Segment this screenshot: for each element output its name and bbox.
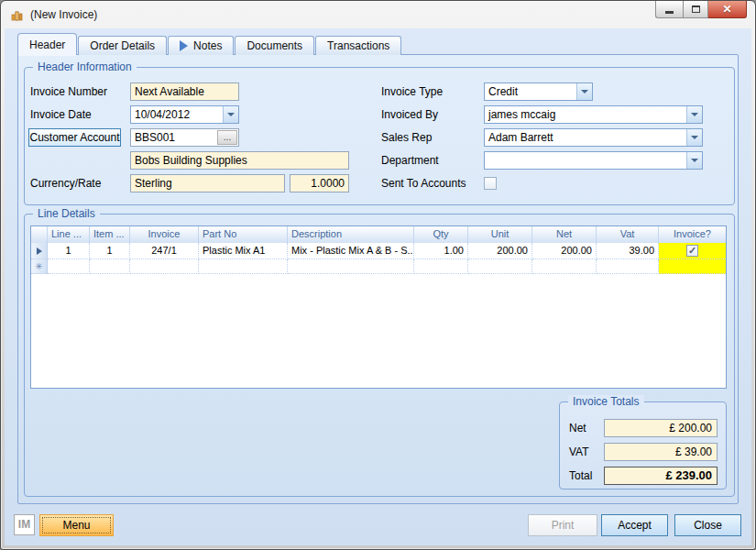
column-header-item[interactable]: Item ... <box>90 226 130 243</box>
app-icon <box>10 7 25 22</box>
chevron-down-icon <box>691 159 698 162</box>
title-bar[interactable]: (New Invoice) <box>1 1 755 28</box>
department-combobox[interactable] <box>484 151 703 170</box>
checked-checkbox-icon[interactable]: ✓ <box>686 245 698 257</box>
invoice-type-dropdown-button[interactable] <box>576 83 592 100</box>
line-details-group: Line Details Line ... Item ... Invoice P… <box>24 214 735 497</box>
cell-description[interactable]: Mix - Plastic Mix A & B - S... <box>288 243 414 259</box>
notes-play-icon <box>180 40 188 51</box>
menu-button[interactable]: Menu <box>39 514 114 536</box>
cell-empty[interactable] <box>199 259 288 274</box>
grand-total-field: £ 239.00 <box>604 467 718 485</box>
tab-label: Transactions <box>327 39 389 52</box>
print-button: Print <box>528 514 597 536</box>
cell-empty[interactable] <box>90 259 130 274</box>
tab-notes[interactable]: Notes <box>168 36 234 55</box>
tab-label: Header <box>29 38 65 51</box>
group-legend: Line Details <box>33 207 100 221</box>
cell-empty[interactable] <box>468 259 532 274</box>
invoice-type-combobox[interactable]: Credit <box>484 82 593 101</box>
browse-button[interactable]: ... <box>217 130 237 145</box>
cell-empty[interactable] <box>532 259 597 274</box>
customer-account-code: BBS001 <box>131 129 216 146</box>
column-header-net[interactable]: Net <box>532 226 597 243</box>
invoice-date-dropdown-button[interactable] <box>223 106 238 123</box>
invoiced-by-value: james mccaig <box>485 106 686 123</box>
grand-total-label: Total <box>569 467 592 485</box>
grid-header-row: Line ... Item ... Invoice Part No Descri… <box>31 226 726 243</box>
im-status-badge: IM <box>14 514 35 535</box>
chevron-down-icon <box>227 113 235 116</box>
chevron-down-icon <box>691 136 698 139</box>
cell-qty[interactable]: 1.00 <box>414 243 468 259</box>
tab-documents[interactable]: Documents <box>235 36 314 55</box>
chevron-down-icon <box>691 113 698 116</box>
tab-label: Documents <box>247 39 302 52</box>
cell-line[interactable]: 1 <box>48 243 90 259</box>
header-information-group: Header Information Invoice Number Next A… <box>24 67 735 205</box>
window-title: (New Invoice) <box>30 8 97 21</box>
close-icon: ✕ <box>722 3 731 16</box>
column-header-description[interactable]: Description <box>288 226 414 243</box>
cell-empty[interactable] <box>288 259 414 274</box>
sent-to-accounts-checkbox[interactable] <box>484 177 497 190</box>
net-total-field: £ 200.00 <box>604 419 718 437</box>
tab-header[interactable]: Header <box>17 33 77 55</box>
close-dialog-button[interactable]: Close <box>674 514 741 536</box>
invoiced-by-dropdown-button[interactable] <box>686 106 702 123</box>
cell-empty[interactable] <box>597 259 659 274</box>
vat-total-label: VAT <box>569 443 589 461</box>
invoice-totals-group: Invoice Totals Net £ 200.00 VAT £ 39.00 … <box>559 402 727 490</box>
invoiced-by-combobox[interactable]: james mccaig <box>484 105 703 124</box>
table-row[interactable]: 1 1 247/1 Plastic Mix A1 Mix - Plastic M… <box>31 243 726 259</box>
column-header-invoice-check[interactable]: Invoice? <box>659 226 726 243</box>
column-header-invoice[interactable]: Invoice <box>130 226 199 243</box>
close-button[interactable]: ✕ <box>708 1 747 18</box>
cell-unit[interactable]: 200.00 <box>468 243 532 259</box>
invoice-date-combobox[interactable]: 10/04/2012 <box>130 105 239 124</box>
customer-account-button[interactable]: Customer Account <box>28 128 121 147</box>
sales-rep-label: Sales Rep <box>381 128 432 147</box>
currency-field[interactable]: Sterling <box>130 174 285 192</box>
tab-transactions[interactable]: Transactions <box>315 36 401 55</box>
cell-invoice[interactable]: 247/1 <box>130 243 199 259</box>
minimize-icon <box>665 11 674 14</box>
cell-empty[interactable] <box>414 259 468 274</box>
grid-selector-header <box>31 226 48 243</box>
row-selector-cell[interactable] <box>31 243 48 259</box>
line-details-grid[interactable]: Line ... Item ... Invoice Part No Descri… <box>30 226 727 389</box>
cell-part-no[interactable]: Plastic Mix A1 <box>199 243 288 259</box>
column-header-qty[interactable]: Qty <box>414 226 468 243</box>
group-legend: Invoice Totals <box>568 395 644 409</box>
cell-item[interactable]: 1 <box>90 243 130 259</box>
cell-empty[interactable] <box>48 259 90 274</box>
invoice-type-label: Invoice Type <box>381 82 443 101</box>
column-header-unit[interactable]: Unit <box>468 226 532 243</box>
accept-button[interactable]: Accept <box>601 514 668 536</box>
tab-order-details[interactable]: Order Details <box>78 36 167 55</box>
invoice-number-field[interactable]: Next Available <box>130 82 239 101</box>
currency-rate-label: Currency/Rate <box>30 174 101 192</box>
new-row-icon: ✳ <box>35 260 42 273</box>
cell-empty-highlight[interactable] <box>659 259 726 274</box>
customer-account-field[interactable]: BBS001 ... <box>130 128 239 147</box>
minimize-button[interactable] <box>655 1 683 18</box>
cell-invoice-checkbox[interactable]: ✓ <box>659 243 726 259</box>
new-row-selector-cell[interactable]: ✳ <box>31 259 48 274</box>
cell-vat[interactable]: 39.00 <box>597 243 659 259</box>
column-header-line[interactable]: Line ... <box>48 226 90 243</box>
cell-empty[interactable] <box>130 259 199 274</box>
department-dropdown-button[interactable] <box>686 152 702 169</box>
maximize-button[interactable] <box>683 1 708 18</box>
sales-rep-combobox[interactable]: Adam Barrett <box>484 128 703 147</box>
customer-name-field[interactable]: Bobs Building Supplies <box>130 151 349 170</box>
cell-net[interactable]: 200.00 <box>532 243 597 259</box>
chevron-down-icon <box>581 90 588 94</box>
sales-rep-dropdown-button[interactable] <box>686 129 702 146</box>
invoice-date-label: Invoice Date <box>30 105 92 124</box>
invoice-number-label: Invoice Number <box>30 82 107 101</box>
column-header-vat[interactable]: Vat <box>597 226 659 243</box>
column-header-part-no[interactable]: Part No <box>199 226 288 243</box>
grid-new-row[interactable]: ✳ <box>31 259 726 274</box>
rate-field[interactable]: 1.0000 <box>290 174 349 192</box>
